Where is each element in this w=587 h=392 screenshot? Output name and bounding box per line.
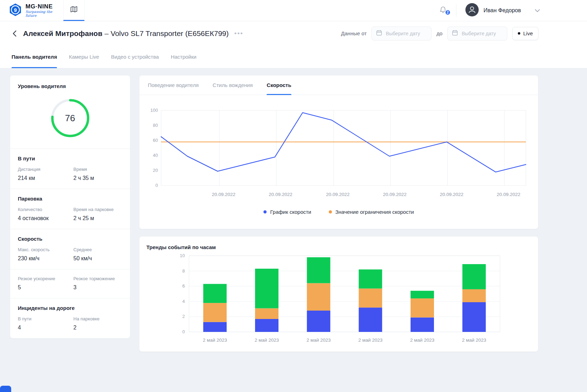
user-menu[interactable]: Иван Федоров bbox=[456, 3, 540, 18]
tab-cameras-live[interactable]: Камеры Live bbox=[69, 45, 99, 68]
stat-incidents-parking: На парковке 2 bbox=[73, 316, 122, 331]
date-to-placeholder: Выберите дату bbox=[462, 31, 496, 36]
top-navbar: 9 MG·NINE Surpassing the future 2 bbox=[0, 0, 587, 21]
stat-value: 4 bbox=[18, 325, 69, 331]
stat-parking-time: Время на парковке 2 ч 25 м bbox=[73, 207, 122, 222]
legend-speed-series[interactable]: График скорости bbox=[263, 209, 311, 215]
driver-level-title: Уровень водителя bbox=[18, 83, 122, 89]
event-trends-title: Тренды событий по часам bbox=[146, 244, 531, 250]
section-parking: Парковка Количество 4 остановок Время на… bbox=[10, 189, 130, 229]
svg-text:2 май 2023: 2 май 2023 bbox=[306, 337, 331, 343]
chart-legend: График скорости Значение ограничения ско… bbox=[139, 201, 538, 229]
chart-tab-driving-style[interactable]: Стиль вождения bbox=[213, 75, 253, 95]
avatar bbox=[465, 3, 479, 18]
svg-text:80: 80 bbox=[153, 123, 158, 128]
notifications-button[interactable]: 2 bbox=[430, 6, 456, 15]
section-title: В пути bbox=[18, 155, 122, 161]
calendar-icon bbox=[452, 30, 458, 37]
date-to-input[interactable]: Выберите дату bbox=[447, 27, 507, 41]
date-from-placeholder: Выберите дату bbox=[386, 31, 420, 36]
stat-label: Дистанция bbox=[18, 167, 69, 172]
section-title: Инциденты на дороге bbox=[18, 305, 122, 311]
page-title: Алексей Митрофанов– Volvo SL7 Transporte… bbox=[23, 29, 229, 38]
stat-label: Резкое ускорение bbox=[18, 276, 69, 281]
stat-label: В пути bbox=[18, 316, 69, 321]
date-to-label: до bbox=[436, 30, 442, 36]
stat-value: 2 ч 35 м bbox=[73, 175, 122, 181]
svg-text:0: 0 bbox=[155, 183, 158, 188]
driver-level-gauge: 76 bbox=[10, 89, 130, 148]
svg-text:60: 60 bbox=[153, 138, 158, 143]
stat-value: 214 км bbox=[18, 175, 69, 181]
live-button[interactable]: Live bbox=[512, 27, 538, 40]
stat-value: 230 км/ч bbox=[18, 255, 69, 262]
stat-value: 5 bbox=[18, 284, 69, 291]
notification-badge: 2 bbox=[445, 9, 451, 15]
chat-widget-launcher[interactable] bbox=[0, 386, 11, 392]
chevron-down-icon bbox=[535, 7, 540, 14]
page-tabs: Панель водителя Камеры Live Видео с устр… bbox=[0, 45, 587, 68]
stat-label: Время bbox=[73, 167, 122, 172]
stat-incidents-en-route: В пути 4 bbox=[18, 316, 69, 331]
live-dot-icon bbox=[518, 32, 520, 35]
chart-tab-behavior[interactable]: Поведение водителя bbox=[148, 75, 199, 95]
svg-text:0: 0 bbox=[182, 329, 185, 334]
chart-tabs: Поведение водителя Стиль вождения Скорос… bbox=[139, 75, 538, 95]
section-speed: Скорость Макс. скорость 230 км/ч Среднее… bbox=[10, 229, 130, 269]
driver-name: Алексей Митрофанов bbox=[23, 29, 102, 37]
legend-speed-limit-series[interactable]: Значение ограничения скорости bbox=[329, 209, 414, 215]
svg-text:20.09.2022: 20.09.2022 bbox=[269, 192, 292, 197]
svg-text:2 май 2023: 2 май 2023 bbox=[462, 337, 486, 343]
stat-label: Макс. скорость bbox=[18, 247, 69, 252]
stat-stop-count: Количество 4 остановок bbox=[18, 207, 69, 222]
legend-dot-speed-limit bbox=[329, 210, 332, 213]
stat-avg-speed: Среднее 50 км/ч bbox=[73, 247, 122, 262]
stat-value: 3 bbox=[73, 284, 122, 291]
brand-hexagon-icon: 9 bbox=[8, 3, 22, 18]
vehicle-name: – Volvo SL7 Transporter (Е656ЕК799) bbox=[104, 29, 229, 37]
live-label: Live bbox=[523, 30, 533, 36]
svg-text:8: 8 bbox=[182, 268, 185, 274]
more-options-icon[interactable]: ••• bbox=[234, 30, 244, 37]
svg-text:2 май 2023: 2 май 2023 bbox=[203, 337, 227, 343]
driver-stats-card: Уровень водителя 76 В пути Дистанция 214… bbox=[10, 75, 130, 339]
svg-text:20.09.2022: 20.09.2022 bbox=[497, 192, 521, 197]
brand-tagline: Surpassing the future bbox=[26, 10, 55, 17]
svg-text:2 май 2023: 2 май 2023 bbox=[410, 337, 434, 343]
stat-value: 2 ч 25 м bbox=[73, 215, 122, 222]
tab-device-video[interactable]: Видео с устройства bbox=[111, 45, 159, 68]
page-header-block: Алексей Митрофанов– Volvo SL7 Transporte… bbox=[0, 21, 587, 68]
nav-tab-map[interactable] bbox=[63, 0, 85, 21]
section-title: Парковка bbox=[18, 196, 122, 202]
brand-logo[interactable]: 9 MG·NINE Surpassing the future bbox=[0, 0, 63, 21]
tab-settings[interactable]: Настройки bbox=[171, 45, 197, 68]
section-title: Скорость bbox=[18, 236, 122, 242]
stat-label: На парковке bbox=[73, 316, 122, 321]
svg-text:6: 6 bbox=[182, 283, 185, 289]
legend-dot-speed bbox=[263, 210, 267, 213]
content-area: Уровень водителя 76 В пути Дистанция 214… bbox=[0, 68, 587, 352]
stat-distance: Дистанция 214 км bbox=[18, 167, 69, 181]
brand-name: MG·NINE bbox=[26, 3, 55, 10]
svg-text:20: 20 bbox=[153, 168, 158, 173]
stat-label: Время на парковке bbox=[73, 207, 122, 212]
svg-text:2 май 2023: 2 май 2023 bbox=[358, 337, 382, 343]
navbar-right-group: 2 Иван Федоров bbox=[430, 0, 540, 21]
header-controls: Данные от Выберите дату до Выберите дату bbox=[341, 27, 538, 41]
back-button[interactable] bbox=[10, 29, 19, 38]
svg-text:4: 4 bbox=[182, 299, 185, 304]
legend-label: Значение ограничения скорости bbox=[335, 209, 414, 215]
svg-text:10: 10 bbox=[180, 254, 185, 258]
page-header: Алексей Митрофанов– Volvo SL7 Transporte… bbox=[0, 21, 587, 45]
map-icon bbox=[70, 5, 78, 15]
svg-text:40: 40 bbox=[153, 153, 158, 158]
stat-harsh-acceleration: Резкое ускорение 5 bbox=[18, 276, 69, 291]
stat-label: Среднее bbox=[73, 247, 122, 252]
event-trends-card: Тренды событий по часам 02468102 май 202… bbox=[139, 236, 538, 352]
svg-text:20.09.2022: 20.09.2022 bbox=[326, 192, 350, 197]
tab-driver-panel[interactable]: Панель водителя bbox=[12, 45, 57, 68]
chart-tab-speed[interactable]: Скорость bbox=[267, 75, 291, 95]
stat-max-speed: Макс. скорость 230 км/ч bbox=[18, 247, 69, 262]
date-from-input[interactable]: Выберите дату bbox=[371, 27, 432, 41]
svg-text:9: 9 bbox=[14, 7, 17, 13]
